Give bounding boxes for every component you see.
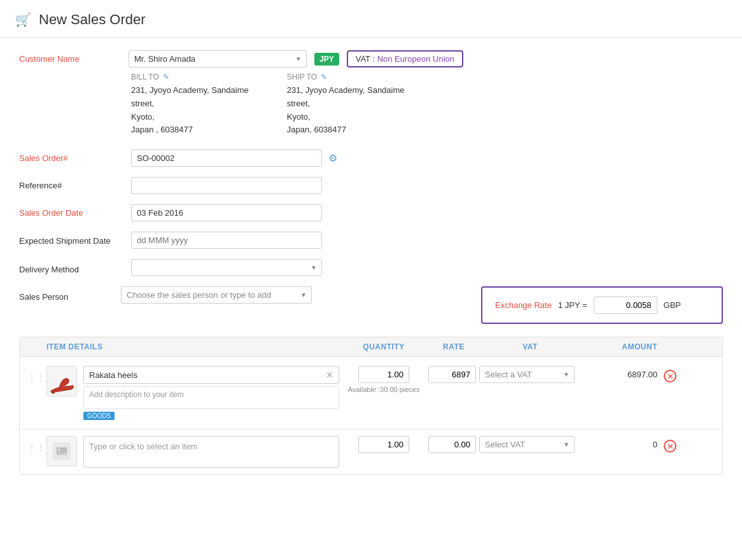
amount-cell: 6897.00 — [581, 366, 657, 379]
form-body: Customer Name Mr. Shiro Amada ▼ JPY VAT … — [0, 38, 742, 487]
reference-label: Reference# — [19, 177, 121, 190]
cart-icon: 🛒 — [15, 12, 31, 27]
sales-order-date-input[interactable] — [131, 204, 322, 221]
item-close-icon[interactable]: ✕ — [326, 370, 333, 380]
ship-to-address: 231, Jyoyo Academy, Sandaime street, Kyo… — [287, 84, 405, 137]
new-delete-cell: ✕ — [657, 436, 683, 452]
sales-person-wrap[interactable]: Choose the sales person or type to add ▼ — [121, 286, 312, 304]
expected-shipment-input[interactable] — [131, 232, 322, 249]
sales-person-select[interactable]: Choose the sales person or type to add — [121, 286, 312, 304]
header-rate: RATE — [428, 342, 479, 351]
image-placeholder-icon — [53, 442, 71, 460]
drag-handle[interactable]: ⋮⋮ — [27, 366, 46, 382]
customer-name-row: Customer Name Mr. Shiro Amada ▼ JPY VAT … — [19, 50, 723, 67]
sales-order-input[interactable] — [131, 150, 322, 167]
delivery-method-select[interactable] — [131, 259, 322, 276]
svg-point-2 — [58, 449, 60, 451]
header-drag — [27, 342, 46, 351]
table-row: ⋮⋮ — [20, 357, 722, 430]
new-vat-select-wrap[interactable]: Select VAT ▼ — [479, 436, 575, 453]
delivery-select-wrap[interactable]: ▼ — [131, 259, 322, 276]
exchange-rate-section: Exchange Rate 1 JPY = GBP — [481, 286, 723, 324]
new-delete-button[interactable]: ✕ — [664, 440, 676, 452]
bill-to-block: BILL TO ✎ 231, Jyoyo Academy, Sandaime s… — [131, 73, 249, 137]
vat-select-wrap[interactable]: Select a VAT ▼ — [479, 366, 575, 383]
items-table-header: ITEM DETAILS QUANTITY RATE VAT AMOUNT — [20, 337, 722, 357]
new-rate-cell — [428, 436, 479, 453]
delivery-method-label: Delivery Method — [19, 261, 121, 274]
sales-person-row: Sales Person Choose the sales person or … — [19, 286, 312, 304]
heel-shoe-icon — [47, 366, 76, 396]
reference-input[interactable] — [131, 177, 322, 194]
exchange-rate-input[interactable] — [594, 297, 657, 314]
currency-badge[interactable]: JPY — [314, 53, 339, 66]
sales-person-exchange-row: Sales Person Choose the sales person or … — [19, 286, 723, 324]
exchange-rate-box: Exchange Rate 1 JPY = GBP — [481, 286, 723, 324]
new-vat-cell: Select VAT ▼ — [479, 436, 581, 453]
page-title: New Sales Order — [39, 11, 146, 28]
header-item-details: ITEM DETAILS — [46, 342, 339, 351]
header-vat: VAT — [479, 342, 581, 351]
reference-row: Reference# — [19, 177, 723, 194]
new-item-placeholder-input[interactable]: Type or click to select an item — [83, 436, 339, 468]
expected-shipment-label: Expected Shipment Date — [19, 232, 121, 247]
item-detail-cell: Rakata heels ✕ Add description to your i… — [46, 366, 339, 420]
rate-input[interactable] — [428, 366, 476, 383]
item-tag: GOODS — [83, 412, 115, 420]
customer-select-wrap[interactable]: Mr. Shiro Amada ▼ — [129, 50, 307, 67]
item-info: Rakata heels ✕ Add description to your i… — [83, 366, 339, 420]
new-amount-cell: 0 — [581, 436, 657, 449]
exchange-rate-base: 1 JPY = — [558, 300, 587, 310]
expected-shipment-row: Expected Shipment Date — [19, 232, 723, 249]
item-name-row: Rakata heels ✕ — [83, 366, 339, 384]
item-name: Rakata heels — [89, 370, 326, 380]
customer-name-label: Customer Name — [19, 54, 121, 64]
bill-to-title: BILL TO ✎ — [131, 73, 249, 81]
header-amount: AMOUNT — [581, 342, 657, 351]
new-item-input-wrap: Type or click to select an item — [83, 436, 339, 468]
ship-to-edit-icon[interactable]: ✎ — [321, 73, 327, 81]
vat-cell: Select a VAT ▼ — [479, 366, 581, 383]
vat-label: VAT : — [356, 54, 375, 64]
exchange-rate-label: Exchange Rate — [495, 300, 552, 310]
sales-order-row: Sales Order# ⚙ — [19, 150, 723, 167]
new-item-row: ⋮⋮ Type or click to select an item — [20, 430, 722, 474]
quantity-cell: Available :30.00 pieces — [339, 366, 428, 393]
available-text: Available :30.00 pieces — [348, 386, 420, 393]
new-qty-cell — [339, 436, 428, 453]
bill-to-address: 231, Jyoyo Academy, Sandaime street, Kyo… — [131, 84, 249, 137]
exchange-rate-currency: GBP — [664, 300, 681, 310]
ship-to-block: SHIP TO ✎ 231, Jyoyo Academy, Sandaime s… — [287, 73, 405, 137]
delete-button[interactable]: ✕ — [664, 370, 676, 382]
new-rate-input[interactable] — [428, 436, 476, 453]
sales-order-date-row: Sales Order Date — [19, 204, 723, 221]
sales-order-label: Sales Order# — [19, 150, 121, 163]
sales-order-date-label: Sales Order Date — [19, 204, 121, 218]
vat-value: Non Europeon Union — [377, 54, 454, 64]
page-header: 🛒 New Sales Order — [0, 0, 742, 38]
sales-person-label: Sales Person — [19, 288, 121, 302]
delete-cell: ✕ — [657, 366, 683, 382]
ship-to-title: SHIP TO ✎ — [287, 73, 405, 81]
vat-select[interactable]: Select a VAT — [479, 366, 575, 383]
sales-order-field-wrap: ⚙ — [131, 150, 337, 167]
item-image — [46, 366, 77, 396]
quantity-input[interactable] — [358, 366, 409, 383]
new-item-detail-cell: Type or click to select an item — [46, 436, 339, 468]
item-description[interactable]: Add description to your item — [83, 386, 339, 409]
customer-select[interactable]: Mr. Shiro Amada — [129, 50, 307, 67]
header-quantity: QUANTITY — [339, 342, 428, 351]
rate-cell — [428, 366, 479, 383]
new-item-image-placeholder — [46, 436, 77, 466]
vat-badge: VAT : Non Europeon Union — [347, 50, 463, 67]
new-vat-select[interactable]: Select VAT — [479, 436, 575, 453]
gear-icon[interactable]: ⚙ — [328, 152, 337, 164]
new-quantity-input[interactable] — [358, 436, 409, 453]
delivery-method-row: Delivery Method ▼ — [19, 259, 723, 276]
bill-to-edit-icon[interactable]: ✎ — [163, 73, 169, 81]
items-section: ITEM DETAILS QUANTITY RATE VAT AMOUNT ⋮⋮ — [19, 337, 723, 475]
address-section: BILL TO ✎ 231, Jyoyo Academy, Sandaime s… — [131, 73, 723, 137]
new-row-drag[interactable]: ⋮⋮ — [27, 436, 46, 452]
header-actions — [657, 342, 683, 351]
